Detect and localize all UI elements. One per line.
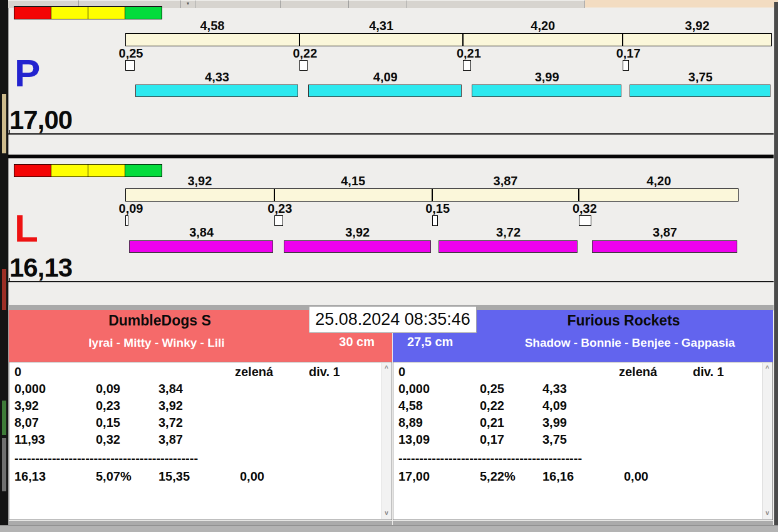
lap-table-cell: 3,75	[542, 431, 567, 448]
net-time-bar	[472, 84, 621, 97]
scrollbar[interactable]: ^ v	[762, 363, 772, 519]
lap-table-cell: 0,15	[96, 414, 120, 431]
box-time-label: 0,25	[119, 47, 143, 59]
summary-cell: 5,22%	[480, 468, 516, 484]
box-time-checkbox[interactable]	[299, 60, 308, 71]
lap-table-cell: 0,000	[398, 381, 430, 397]
box-time-label: 0,23	[267, 202, 292, 215]
net-time-bar	[438, 240, 578, 253]
net-time-label: 3,75	[688, 71, 713, 83]
split-bar-segment	[463, 33, 623, 46]
net-time-bar	[135, 84, 298, 97]
lap-table-cell: 8,89	[398, 414, 423, 431]
split-time-label: 4,15	[341, 175, 365, 187]
section-bottom-line	[8, 281, 774, 282]
desktop-edge-left	[0, 0, 8, 532]
lap-table-cell: 0,17	[480, 431, 504, 448]
background-strip-segment	[195, 0, 281, 8]
split-time-label: 4,20	[531, 19, 555, 32]
lap-table-cell: 0,22	[480, 397, 504, 414]
lap-table-cell: 4,09	[542, 397, 567, 414]
summary-cell: 5,07%	[96, 468, 132, 484]
lap-table-cell: 3,84	[158, 381, 183, 397]
result-text-area[interactable]: 0zelenádiv. 10,0000,254,334,580,224,098,…	[395, 362, 762, 519]
box-time-checkbox[interactable]	[125, 215, 128, 226]
split-bar-segment	[125, 188, 274, 202]
section-tick	[9, 278, 10, 281]
background-strip-segment	[407, 0, 585, 8]
net-time-label: 4,09	[373, 71, 398, 83]
background-strip-peach	[585, 0, 778, 8]
split-bar-segment	[274, 188, 432, 202]
split-bar-segment	[432, 188, 579, 202]
lap-table-cell: 3,87	[158, 431, 183, 448]
summary-cell: 15,35	[158, 468, 190, 484]
split-time-label: 4,31	[369, 19, 393, 32]
net-time-bar	[630, 84, 770, 97]
box-time-label: 0,21	[457, 47, 481, 59]
box-time-checkbox[interactable]	[463, 60, 471, 71]
lap-table-cell: 8,07	[14, 414, 39, 431]
split-bar-segment	[623, 33, 772, 46]
table-separator: ----------------------------------------…	[398, 450, 582, 466]
box-time-checkbox[interactable]	[125, 60, 135, 71]
section-bottom-line	[8, 133, 774, 135]
lap-table-cell: 4,33	[542, 381, 567, 397]
team-name: DumbleDogs S	[9, 312, 311, 329]
box-time-checkbox[interactable]	[623, 60, 629, 71]
box-time-label: 0,22	[293, 47, 317, 59]
net-time-bar	[284, 240, 431, 253]
split-time-label: 3,92	[187, 175, 212, 187]
desktop-speck	[2, 401, 6, 435]
result-panel-right: 0zelenádiv. 10,0000,254,334,580,224,098,…	[393, 362, 773, 520]
split-time-label: 4,20	[646, 175, 671, 187]
lane-total-time: 17,00	[9, 107, 72, 133]
division-label: div. 1	[693, 364, 724, 380]
flags-value: 0	[398, 364, 405, 380]
scroll-up-icon[interactable]: ^	[763, 364, 772, 373]
scroll-down-icon[interactable]: v	[763, 509, 772, 518]
jump-height-label: 27,5 cm	[407, 335, 453, 349]
datetime-display: 25.08.2024 08:35:46	[309, 306, 477, 333]
net-time-bar	[308, 84, 462, 97]
net-time-label: 3,84	[189, 226, 214, 238]
section-tick	[9, 130, 10, 133]
lap-table-cell: 11,93	[14, 431, 45, 448]
window-edge-right	[774, 2, 778, 525]
net-time-bar	[592, 240, 737, 253]
box-time-checkbox[interactable]	[579, 215, 591, 226]
lap-table-cell: 0,32	[96, 431, 120, 448]
table-separator: ----------------------------------------…	[14, 450, 198, 466]
team-name: Furious Rockets	[474, 312, 773, 329]
split-time-label: 4,58	[200, 19, 224, 32]
box-time-checkbox[interactable]	[274, 215, 283, 226]
scroll-down-icon[interactable]: v	[382, 509, 391, 518]
flags-value: 0	[14, 364, 21, 380]
legend-cell-3	[125, 164, 162, 177]
lap-table-cell: 3,72	[158, 414, 183, 431]
result-text-area[interactable]: 0zelenádiv. 10,0000,093,843,920,233,928,…	[11, 362, 381, 519]
background-strip-segment	[281, 0, 349, 8]
window-bottom-band	[0, 525, 778, 532]
lap-table-cell: 0,09	[96, 381, 120, 397]
legend-cell-1	[51, 6, 88, 19]
desktop-speck	[2, 94, 6, 153]
net-time-label: 3,92	[345, 226, 370, 238]
screen: ▾ DumbleDogs S Iyrai - Mitty - Winky - L…	[0, 0, 778, 532]
chevron-down-icon: ▾	[181, 0, 195, 8]
scroll-up-icon[interactable]: ^	[382, 364, 391, 373]
lane-letter: P	[14, 54, 40, 93]
legend-cell-2	[88, 164, 125, 177]
panel-footer-strip	[9, 521, 392, 525]
split-time-label: 3,92	[685, 19, 710, 32]
lap-table-cell: 0,21	[480, 414, 504, 431]
summary-cell: 17,00	[398, 468, 430, 484]
scrollbar[interactable]: ^ v	[381, 363, 391, 519]
lap-table-cell: 3,99	[542, 414, 567, 431]
box-time-label: 0,32	[573, 202, 597, 215]
box-time-checkbox[interactable]	[432, 215, 438, 226]
net-time-label: 3,72	[496, 226, 521, 238]
legend-cell-0	[14, 164, 51, 177]
lap-table-cell: 3,92	[14, 397, 39, 414]
section-separator	[8, 155, 774, 158]
